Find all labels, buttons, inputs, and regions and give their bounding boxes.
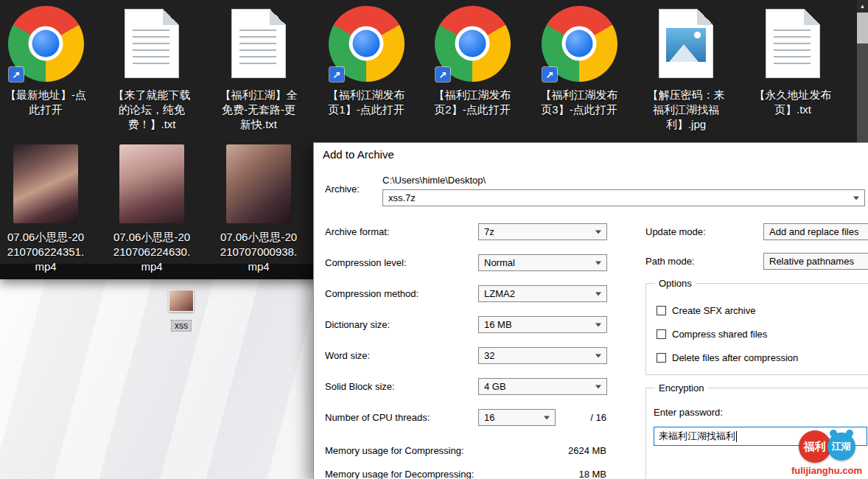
icon-label: 07.06小思思-20210706224351.mp4 — [4, 230, 87, 274]
text-file-icon — [125, 9, 179, 78]
text-caret — [736, 431, 737, 442]
chevron-down-icon — [595, 323, 601, 326]
desktop-icon-chrome-shortcut-2[interactable]: ↗ 【福利江湖发布页1】-点此打开 — [325, 4, 407, 117]
chevron-down-icon — [544, 416, 550, 419]
video-thumbnail — [13, 144, 78, 223]
cpu-threads-combobox[interactable]: 16 — [478, 409, 556, 426]
combo-value: 7z — [484, 226, 494, 237]
combo-value: 32 — [484, 350, 494, 361]
path-mode-label: Path mode: — [645, 256, 695, 267]
chevron-down-icon — [595, 354, 601, 357]
field-label: Dictionary size: — [325, 319, 390, 330]
icon-label: 07.06小思思-20210707000938.mp4 — [217, 230, 300, 274]
mountain-icon — [669, 44, 699, 62]
field-label: Solid Block size: — [325, 381, 395, 392]
scrollbar-thumb[interactable] — [857, 13, 868, 43]
icon-label: 07.06小思思-20210706224630.mp4 — [111, 230, 193, 274]
icon-label: 【最新地址】-点此打开 — [4, 88, 87, 117]
combo-value: Normal — [484, 257, 515, 268]
sun-icon — [694, 32, 701, 38]
cpu-threads-max: / 16 — [590, 412, 606, 423]
chevron-down-icon — [595, 385, 601, 388]
field-label: Number of CPU threads: — [325, 412, 430, 423]
word-size-combobox[interactable]: 32 — [478, 347, 607, 364]
checkbox-create-sfx[interactable]: Create SFX archive — [657, 305, 755, 316]
desktop-icon-txt-3[interactable]: 【永久地址发布页】.txt — [752, 4, 834, 117]
checkbox-label: Compress shared files — [672, 329, 767, 340]
image-file-icon — [659, 9, 713, 78]
desktop-icon-video-3[interactable]: 07.06小思思-20210707000938.mp4 — [217, 144, 300, 274]
checkbox-icon — [657, 306, 666, 315]
chevron-down-icon — [595, 292, 601, 296]
compression-level-combobox[interactable]: Normal — [478, 254, 607, 271]
checkbox-icon — [657, 329, 666, 339]
checkbox-delete-after[interactable]: Delete files after compression — [657, 352, 798, 363]
icon-label: 【永久地址发布页】.txt — [752, 88, 834, 117]
solid-block-size-combobox[interactable]: 4 GB — [478, 378, 607, 395]
desktop-icon-chrome-shortcut-3[interactable]: ↗ 【福利江湖发布页2】-点此打开 — [431, 4, 514, 117]
dictionary-size-combobox[interactable]: 16 MB — [478, 316, 607, 333]
checkbox-icon — [657, 353, 666, 363]
shortcut-arrow-icon: ↗ — [329, 67, 344, 82]
icon-label: 【福利江湖】全免费-无套路-更新快.txt — [217, 88, 300, 132]
page-fold-icon — [697, 9, 713, 25]
folder-thumbnail — [169, 290, 194, 312]
chevron-down-icon — [595, 261, 601, 265]
icon-label: 【解压密码：来福利江湖找福利】.jpg — [645, 88, 727, 132]
video-thumbnail — [226, 144, 291, 223]
shortcut-arrow-icon: ↗ — [542, 67, 557, 82]
combo-value: Relative pathnames — [769, 256, 854, 267]
mouse-icon: 江湖 — [827, 433, 855, 461]
screen: ↗ 【最新地址】-点此打开 【来了就能下载的论坛，纯免费！】.txt 【福利江湖… — [0, 0, 868, 479]
combo-value: 16 MB — [484, 319, 512, 330]
text-lines-icon — [239, 29, 276, 68]
desktop-icon-video-2[interactable]: 07.06小思思-20210706224630.mp4 — [111, 144, 193, 274]
combo-value: LZMA2 — [484, 288, 515, 299]
watermark-url: fulijianghu.com — [788, 465, 865, 476]
options-group-title: Options — [655, 278, 696, 289]
text-lines-icon — [774, 29, 811, 68]
icon-label: 【福利江湖发布页2】-点此打开 — [431, 88, 514, 117]
add-to-archive-dialog: Add to Archive C:\Users\himle\Desktop\ A… — [313, 142, 868, 479]
archive-name-combobox[interactable]: xss.7z — [382, 189, 865, 206]
desktop-folder-xss[interactable]: xss — [158, 290, 205, 331]
combo-value: Add and replace files — [769, 226, 858, 237]
video-thumbnail — [119, 144, 184, 223]
text-file-icon — [231, 9, 286, 78]
icon-label: 【福利江湖发布页1】-点此打开 — [325, 88, 407, 117]
icon-label: 【福利江湖发布页3】-点此打开 — [538, 88, 620, 117]
desktop-icon-chrome-shortcut-1[interactable]: ↗ 【最新地址】-点此打开 — [4, 4, 87, 117]
folder-label: xss — [172, 321, 191, 331]
desktop-icon-txt-1[interactable]: 【来了就能下载的论坛，纯免费！】.txt — [111, 4, 193, 132]
shortcut-arrow-icon: ↗ — [435, 67, 450, 82]
desktop-icon-video-1[interactable]: 07.06小思思-20210706224351.mp4 — [4, 144, 87, 274]
page-fold-icon — [270, 9, 286, 25]
chevron-down-icon — [595, 230, 601, 234]
update-mode-combobox[interactable]: Add and replace files — [763, 223, 868, 240]
desktop-icon-txt-2[interactable]: 【福利江湖】全免费-无套路-更新快.txt — [217, 4, 300, 132]
text-lines-icon — [133, 29, 169, 68]
brand-badge-red: 福利 — [799, 430, 831, 463]
page-fold-icon — [804, 9, 820, 25]
combo-value: 4 GB — [484, 381, 506, 392]
desktop-icon-chrome-shortcut-4[interactable]: ↗ 【福利江湖发布页3】-点此打开 — [538, 4, 620, 117]
memory-decompress-value: 18 MB — [578, 469, 606, 479]
chevron-down-icon — [853, 196, 859, 200]
encryption-group-title: Encryption — [655, 382, 707, 394]
desktop-icon-jpg[interactable]: 【解压密码：来福利江湖找福利】.jpg — [645, 4, 727, 132]
field-label: Compression method: — [325, 288, 419, 299]
memory-decompress-label: Memory usage for Decompressing: — [325, 469, 474, 479]
memory-compress-label: Memory usage for Compressing: — [325, 445, 464, 456]
field-label: Compression level: — [325, 257, 407, 268]
password-label: Enter password: — [654, 407, 723, 418]
compression-method-combobox[interactable]: LZMA2 — [478, 285, 607, 302]
scroll-up-icon[interactable]: ▲ — [857, 0, 868, 13]
archive-format-combobox[interactable]: 7z — [478, 223, 607, 240]
page-fold-icon — [163, 9, 179, 25]
path-mode-combobox[interactable]: Relative pathnames — [763, 253, 868, 270]
checkbox-label: Create SFX archive — [672, 305, 755, 316]
text-file-icon — [766, 9, 820, 78]
checkbox-compress-shared[interactable]: Compress shared files — [657, 329, 767, 340]
photo-preview — [666, 28, 706, 62]
combo-value: 16 — [484, 412, 494, 423]
